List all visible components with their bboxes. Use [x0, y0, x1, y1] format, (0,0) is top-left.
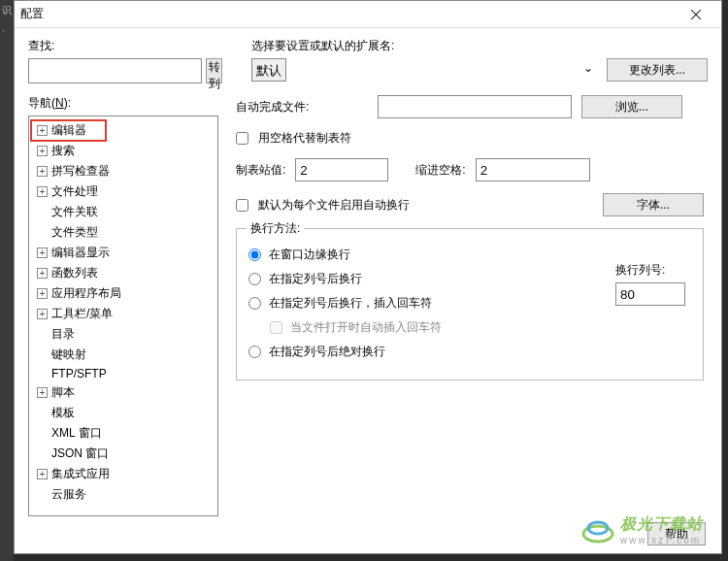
expander-icon[interactable]: + [37, 288, 48, 299]
wrap-method-group: 换行方法: 在窗口边缘换行 在指定列号后换行 在指定列号后换行，插入回车符 [236, 228, 704, 380]
nav-item-label: 脚本 [51, 384, 75, 401]
change-list-button[interactable]: 更改列表... [607, 58, 708, 82]
expander-icon[interactable]: + [37, 248, 48, 258]
nav-item-label: 文件关联 [51, 204, 98, 220]
nav-item-11[interactable]: 键映射 [31, 345, 215, 365]
nav-item-16[interactable]: JSON 窗口 [31, 444, 215, 464]
wrap-absolute-radio[interactable] [248, 346, 261, 358]
nav-item-label: 文件类型 [51, 224, 98, 241]
nav-item-label: 键映射 [51, 346, 86, 363]
nav-item-label: XML 窗口 [51, 425, 102, 442]
wrap-legend: 换行方法: [247, 220, 304, 237]
use-spaces-label: 用空格代替制表符 [258, 130, 351, 147]
expander-icon[interactable]: + [37, 268, 48, 279]
nav-item-label: 云服务 [51, 486, 86, 503]
goto-button[interactable]: 转到 [206, 58, 222, 83]
nav-item-label: 目录 [51, 326, 75, 343]
wrap-opt3sub-label: 当文件打开时自动插入回车符 [290, 319, 442, 336]
nav-item-6[interactable]: +编辑器显示 [31, 243, 215, 263]
nav-item-2[interactable]: +拼写检查器 [31, 161, 215, 182]
wrap-opt4-label: 在指定列号后绝对换行 [269, 344, 385, 360]
expander-icon [37, 489, 48, 500]
search-input[interactable] [28, 58, 202, 83]
nav-item-0[interactable]: +编辑器 [31, 120, 106, 141]
default-wrap-checkbox[interactable] [236, 199, 248, 212]
nav-item-12[interactable]: FTP/SFTP [31, 365, 215, 382]
nav-item-7[interactable]: +函数列表 [31, 263, 215, 283]
nav-item-label: 拼写检查器 [51, 163, 110, 180]
nav-tree[interactable]: +编辑器+搜索+拼写检查器+文件处理文件关联文件类型+编辑器显示+函数列表+应用… [28, 116, 218, 516]
auto-complete-input[interactable] [378, 95, 572, 118]
wrap-opt3-label: 在指定列号后换行，插入回车符 [269, 295, 432, 312]
expander-icon[interactable]: + [37, 166, 48, 177]
browse-button[interactable]: 浏览... [581, 95, 682, 118]
expander-icon[interactable]: + [37, 125, 48, 136]
nav-item-label: 函数列表 [51, 265, 98, 281]
wrap-window-edge-radio[interactable] [248, 248, 261, 261]
nav-label: 导航(N): [28, 95, 218, 112]
tab-stop-input[interactable] [295, 158, 388, 182]
nav-item-17[interactable]: +集成式应用 [31, 464, 215, 484]
wrap-col-input[interactable] [615, 282, 685, 306]
help-button[interactable]: 帮助 [647, 522, 706, 545]
wrap-col-label: 换行列号: [615, 262, 685, 279]
nav-item-3[interactable]: +文件处理 [31, 182, 215, 202]
default-wrap-label: 默认为每个文件启用自动换行 [258, 197, 593, 214]
nav-item-label: JSON 窗口 [51, 446, 109, 462]
nav-item-8[interactable]: +应用程序布局 [31, 283, 215, 304]
nav-item-18[interactable]: 云服务 [31, 484, 215, 505]
expander-icon [37, 448, 48, 459]
titlebar: 配置 [15, 1, 721, 28]
nav-item-13[interactable]: +脚本 [31, 382, 215, 403]
expander-icon [37, 369, 48, 380]
nav-item-label: 模板 [51, 405, 75, 421]
expander-icon[interactable]: + [37, 186, 48, 197]
nav-item-15[interactable]: XML 窗口 [31, 423, 215, 444]
extension-label: 选择要设置或默认的扩展名: [251, 38, 708, 54]
expander-icon[interactable]: + [37, 387, 48, 398]
config-dialog: 配置 查找: 转到 选择要设置或默认的扩展名: 默认 [14, 0, 722, 554]
nav-item-1[interactable]: +搜索 [31, 141, 215, 161]
indent-spaces-label: 缩进空格: [415, 162, 465, 179]
expander-icon [37, 329, 48, 340]
expander-icon [37, 227, 48, 238]
nav-item-label: FTP/SFTP [51, 367, 107, 380]
indent-spaces-input[interactable] [476, 158, 590, 182]
tab-stop-label: 制表站值: [236, 162, 285, 179]
nav-item-5[interactable]: 文件类型 [31, 222, 215, 243]
wrap-opt1-label: 在窗口边缘换行 [269, 247, 350, 263]
wrap-column-radio[interactable] [248, 273, 261, 285]
auto-complete-label: 自动完成文件: [236, 99, 368, 116]
expander-icon[interactable]: + [37, 309, 48, 319]
wrap-opt2-label: 在指定列号后换行 [269, 271, 362, 287]
expander-icon [37, 207, 48, 217]
expander-icon[interactable]: + [37, 469, 48, 479]
dialog-title: 配置 [20, 6, 677, 22]
close-button[interactable] [677, 2, 715, 27]
expander-icon[interactable]: + [37, 146, 48, 156]
font-button[interactable]: 字体... [603, 193, 704, 216]
nav-item-label: 搜索 [51, 143, 75, 159]
expander-icon [37, 349, 48, 360]
auto-insert-cr-checkbox [270, 321, 282, 334]
expander-icon [37, 408, 48, 418]
app-sidebar-stub: 识· [0, 0, 14, 561]
nav-item-14[interactable]: 模板 [31, 403, 215, 423]
nav-item-10[interactable]: 目录 [31, 324, 215, 345]
nav-item-label: 文件处理 [51, 183, 98, 200]
wrap-column-cr-radio[interactable] [248, 297, 261, 310]
use-spaces-checkbox[interactable] [236, 132, 248, 145]
extension-select[interactable]: 默认 [251, 58, 286, 82]
expander-icon [37, 428, 48, 439]
nav-item-label: 应用程序布局 [51, 285, 121, 302]
nav-item-label: 编辑器显示 [51, 245, 110, 261]
nav-item-label: 集成式应用 [51, 466, 110, 482]
settings-panel: 自动完成文件: 浏览... 用空格代替制表符 制表站值: 缩进空格: 默认为每个… [232, 95, 708, 516]
nav-item-4[interactable]: 文件关联 [31, 202, 215, 222]
nav-item-9[interactable]: +工具栏/菜单 [31, 304, 215, 324]
nav-item-label: 工具栏/菜单 [51, 306, 113, 322]
close-icon [691, 10, 701, 19]
search-label: 查找: [28, 38, 222, 54]
nav-item-label: 编辑器 [51, 122, 86, 139]
